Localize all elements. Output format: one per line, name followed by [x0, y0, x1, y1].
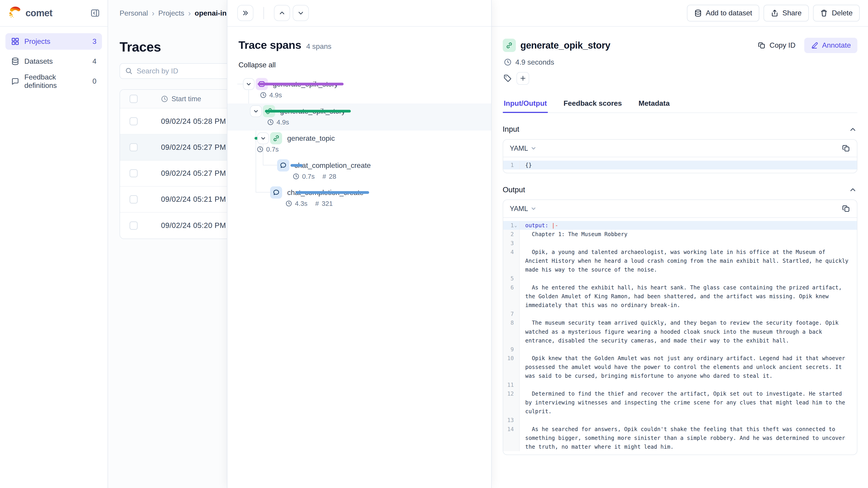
breadcrumb-current-project[interactable]: openai-in: [195, 9, 226, 18]
sidebar-collapse-icon[interactable]: [90, 8, 100, 18]
table-row[interactable]: 09/02/24 05:20 PM: [120, 213, 227, 238]
button-label: Add to dataset: [706, 9, 752, 17]
table-row[interactable]: 09/02/24 05:27 PM: [120, 161, 227, 187]
line-number: 1 ⌄: [503, 161, 520, 169]
collapse-input-icon[interactable]: [849, 126, 857, 133]
expand-panel-button[interactable]: [237, 5, 253, 21]
trace-spans-panel: Trace spans 4 spans Collapse all: [227, 0, 492, 488]
sidebar-header: comet: [0, 0, 107, 27]
traces-table-body: 09/02/24 05:28 PM 09/02/24 05:27 PM 09/0…: [120, 108, 227, 238]
page-title: Traces: [120, 39, 227, 55]
output-format-select[interactable]: YAML: [510, 205, 536, 213]
clock-icon: [504, 58, 512, 66]
code-line: 11 ⌄: [503, 381, 857, 389]
traces-table-header: Start time: [120, 90, 227, 108]
span-tokens-value: 28: [329, 173, 336, 180]
chevron-right-icon: ›: [188, 9, 191, 18]
copy-input-icon[interactable]: [842, 144, 850, 153]
duration-track: 4.9s #: [265, 103, 351, 119]
trace-spans-title: Trace spans: [239, 39, 301, 51]
next-trace-button[interactable]: [293, 5, 309, 21]
code-line-content: As he entered the exhibit hall, his hear…: [520, 283, 857, 310]
double-chevron-right-icon: [242, 10, 249, 16]
line-number: 12 ⌄: [503, 389, 520, 416]
sidebar-item-feedback-definitions[interactable]: Feedback definitions 0: [5, 73, 102, 90]
code-line-content: Opik, a young and talented archaeologist…: [520, 248, 857, 274]
column-header-start-time[interactable]: Start time: [172, 95, 201, 103]
search-input[interactable]: [136, 67, 227, 75]
previous-trace-button[interactable]: [274, 5, 290, 21]
row-checkbox[interactable]: [129, 169, 138, 177]
delete-button[interactable]: Delete: [813, 5, 860, 21]
format-label: YAML: [510, 205, 528, 213]
collapse-output-icon[interactable]: [849, 186, 857, 193]
input-code-editor[interactable]: 1 ⌄ {}: [503, 157, 857, 173]
span-row[interactable]: generate_opik_story 4.9s #: [227, 103, 491, 131]
add-to-dataset-button[interactable]: Add to dataset: [687, 5, 759, 21]
logo-wordmark: comet: [26, 8, 53, 19]
comet-logo[interactable]: comet: [8, 6, 52, 20]
code-line: 12 ⌄ Determined to find the thief and re…: [503, 389, 857, 416]
sidebar-item-datasets[interactable]: Datasets 4: [5, 53, 102, 70]
copy-id-button[interactable]: Copy ID: [752, 38, 801, 53]
output-code-editor[interactable]: 1 ⌄ output: |- 2 ⌄ Chapter 1: The Museum…: [503, 218, 857, 455]
span-tree: generate_opik_story 4.9s #: [227, 76, 491, 212]
sidebar-item-label: Feedback definitions: [24, 73, 88, 90]
select-all-checkbox[interactable]: [129, 95, 138, 103]
row-checkbox[interactable]: [129, 221, 138, 230]
span-detail-panel: Add to dataset Share Delete: [492, 0, 868, 488]
row-checkbox[interactable]: [129, 195, 138, 203]
span-row[interactable]: chat_completion_create 0.7s # 28: [227, 158, 491, 185]
fold-chevron-icon[interactable]: ⌄: [515, 221, 517, 230]
span-meta: 4.9s #: [260, 91, 282, 99]
span-row[interactable]: generate_opik_story 4.9s #: [227, 76, 491, 103]
start-time-value: 09/02/24 05:27 PM: [151, 169, 226, 177]
comet-logo-icon: [8, 6, 22, 20]
copy-output-icon[interactable]: [842, 204, 850, 213]
duration-track: 0.7s # 28: [290, 158, 376, 173]
annotate-button[interactable]: Annotate: [804, 38, 857, 53]
code-line-content: [520, 310, 857, 318]
sidebar-item-count: 3: [92, 37, 96, 46]
tab-input-output[interactable]: Input/Output: [503, 96, 548, 112]
code-line: 14 ⌄ As he searched for answers, Opik co…: [503, 425, 857, 451]
span-row[interactable]: chat_completion_create 4.3s # 321: [227, 185, 491, 212]
span-meta: 4.9s #: [267, 119, 289, 126]
span-duration-value: 0.7s: [302, 173, 315, 180]
add-tag-button[interactable]: [517, 72, 529, 85]
chevron-down-icon[interactable]: [243, 78, 254, 90]
tree-indent: [227, 111, 250, 111]
input-format-select[interactable]: YAML: [510, 144, 536, 152]
breadcrumb: Personal › Projects › openai-in: [108, 0, 227, 27]
start-time-value: 09/02/24 05:20 PM: [151, 221, 226, 230]
table-row[interactable]: 09/02/24 05:28 PM: [120, 108, 227, 134]
row-checkbox[interactable]: [129, 117, 138, 126]
clock-icon: [285, 200, 292, 207]
sidebar-item-label: Projects: [24, 37, 51, 46]
line-number: 11 ⌄: [503, 381, 520, 389]
chevron-down-icon[interactable]: [257, 132, 269, 144]
input-section-title: Input: [503, 125, 520, 133]
sidebar-item-count: 0: [92, 77, 96, 86]
clock-icon: [267, 119, 274, 125]
breadcrumb-projects[interactable]: Projects: [158, 9, 184, 18]
row-checkbox[interactable]: [129, 143, 138, 152]
span-meta: 0.7s #: [257, 145, 279, 153]
line-number: 7 ⌄: [503, 310, 520, 318]
tab-feedback-scores[interactable]: Feedback scores: [562, 96, 623, 112]
span-row[interactable]: generate_topic 0.7s #: [227, 131, 491, 158]
tree-indent: [227, 138, 257, 138]
sidebar-item-projects[interactable]: Projects 3: [5, 33, 102, 50]
duration-track: 4.9s #: [258, 76, 344, 92]
plus-icon: [520, 75, 526, 81]
share-button[interactable]: Share: [764, 5, 809, 21]
tab-metadata[interactable]: Metadata: [638, 96, 671, 112]
output-code-card: YAML 1 ⌄: [503, 199, 858, 455]
collapse-all-link[interactable]: Collapse all: [239, 61, 276, 69]
table-row[interactable]: 09/02/24 05:27 PM: [120, 134, 227, 160]
duration-bar: [290, 164, 303, 167]
chevron-down-icon[interactable]: [250, 105, 261, 117]
table-row[interactable]: 09/02/24 05:21 PM: [120, 187, 227, 213]
chevron-down-icon: [298, 10, 304, 16]
breadcrumb-personal[interactable]: Personal: [120, 9, 148, 18]
